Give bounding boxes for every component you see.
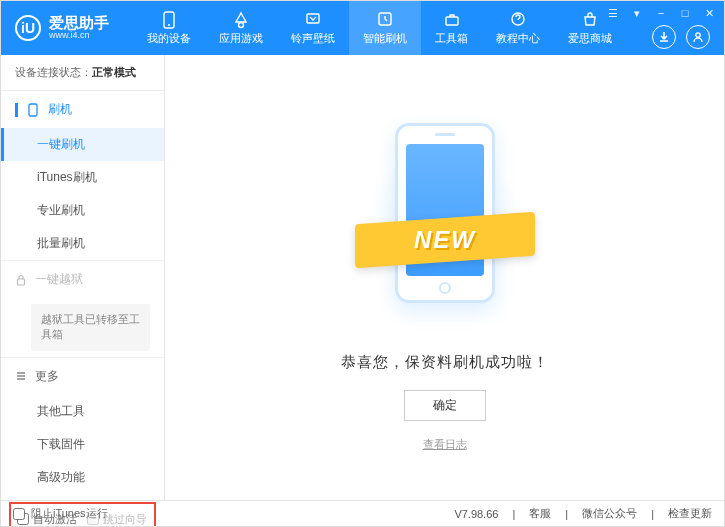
svg-rect-5 — [446, 17, 458, 25]
tutorial-icon — [509, 11, 527, 29]
svg-point-2 — [239, 22, 244, 27]
svg-rect-9 — [18, 279, 25, 285]
nav-apps[interactable]: 应用游戏 — [205, 1, 277, 55]
svg-point-1 — [168, 24, 170, 26]
toolbox-icon — [443, 11, 461, 29]
sidebar-item-flash-1[interactable]: iTunes刷机 — [1, 161, 164, 194]
flash-icon — [26, 103, 40, 117]
sidebar: 设备连接状态：正常模式 刷机 一键刷机iTunes刷机专业刷机批量刷机 一键越狱… — [1, 55, 165, 500]
version-label: V7.98.66 — [454, 508, 498, 520]
support-link[interactable]: 客服 — [529, 506, 551, 521]
nav-tutorial[interactable]: 教程中心 — [482, 1, 554, 55]
close-icon[interactable]: ✕ — [702, 7, 716, 20]
apps-icon — [232, 11, 250, 29]
top-nav: 我的设备应用游戏铃声壁纸智能刷机工具箱教程中心爱思商城 — [133, 1, 626, 55]
svg-rect-3 — [307, 14, 319, 23]
flash-icon — [376, 11, 394, 29]
main-panel: NEW 恭喜您，保资料刷机成功啦！ 确定 查看日志 — [165, 55, 724, 500]
sidebar-head-flash[interactable]: 刷机 — [1, 91, 164, 128]
sidebar-item-more-0[interactable]: 其他工具 — [1, 395, 164, 428]
logo-icon: iU — [15, 15, 41, 41]
sidebar-head-jailbreak[interactable]: 一键越狱 — [1, 261, 164, 298]
skin-icon[interactable]: ▾ — [630, 7, 644, 20]
nav-ringtone[interactable]: 铃声壁纸 — [277, 1, 349, 55]
sidebar-item-flash-0[interactable]: 一键刷机 — [1, 128, 164, 161]
view-log-link[interactable]: 查看日志 — [423, 437, 467, 452]
success-message: 恭喜您，保资料刷机成功啦！ — [341, 353, 549, 372]
user-button[interactable] — [686, 25, 710, 49]
jailbreak-note: 越狱工具已转移至工具箱 — [31, 304, 150, 351]
sidebar-item-flash-3[interactable]: 批量刷机 — [1, 227, 164, 260]
sidebar-item-flash-2[interactable]: 专业刷机 — [1, 194, 164, 227]
sidebar-item-more-1[interactable]: 下载固件 — [1, 428, 164, 461]
window-controls: ☰ ▾ − □ ✕ — [606, 7, 716, 20]
app-name: 爱思助手 — [49, 15, 109, 32]
minimize-icon[interactable]: − — [654, 7, 668, 20]
menu-icon — [15, 370, 27, 382]
title-bar: iU 爱思助手 www.i4.cn 我的设备应用游戏铃声壁纸智能刷机工具箱教程中… — [1, 1, 724, 55]
ringtone-icon — [304, 11, 322, 29]
store-icon — [581, 11, 599, 29]
update-link[interactable]: 检查更新 — [668, 506, 712, 521]
success-illustration: NEW — [385, 123, 505, 323]
lock-icon — [15, 274, 27, 286]
download-button[interactable] — [652, 25, 676, 49]
logo: iU 爱思助手 www.i4.cn — [1, 15, 123, 41]
ok-button[interactable]: 确定 — [404, 390, 486, 421]
svg-rect-8 — [29, 104, 37, 116]
nav-device[interactable]: 我的设备 — [133, 1, 205, 55]
connection-status: 设备连接状态：正常模式 — [1, 55, 164, 91]
sidebar-item-more-2[interactable]: 高级功能 — [1, 461, 164, 494]
wechat-link[interactable]: 微信公众号 — [582, 506, 637, 521]
app-url: www.i4.cn — [49, 31, 109, 41]
sidebar-head-more[interactable]: 更多 — [1, 358, 164, 395]
nav-flash[interactable]: 智能刷机 — [349, 1, 421, 55]
svg-point-7 — [696, 33, 700, 37]
settings-icon[interactable]: ☰ — [606, 7, 620, 20]
device-icon — [160, 11, 178, 29]
maximize-icon[interactable]: □ — [678, 7, 692, 20]
new-banner-text: NEW — [414, 226, 476, 254]
block-itunes-checkbox[interactable]: 阻止iTunes运行 — [13, 506, 108, 521]
nav-toolbox[interactable]: 工具箱 — [421, 1, 482, 55]
